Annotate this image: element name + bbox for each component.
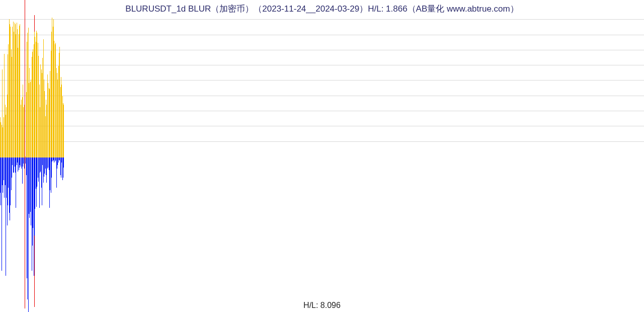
bar-down [24, 158, 25, 169]
bar-up [63, 105, 64, 158]
chart-area [0, 19, 644, 312]
chart-title: BLURUSDT_1d BLUR（加密币）（2023-11-24__2024-0… [0, 3, 644, 15]
bars-container [0, 19, 644, 312]
red-spike [25, 0, 25, 308]
bar-down [63, 158, 64, 168]
bottom-hl-label: H/L: 8.096 [0, 301, 644, 310]
bar-down [16, 158, 16, 208]
bar-up [24, 105, 25, 158]
